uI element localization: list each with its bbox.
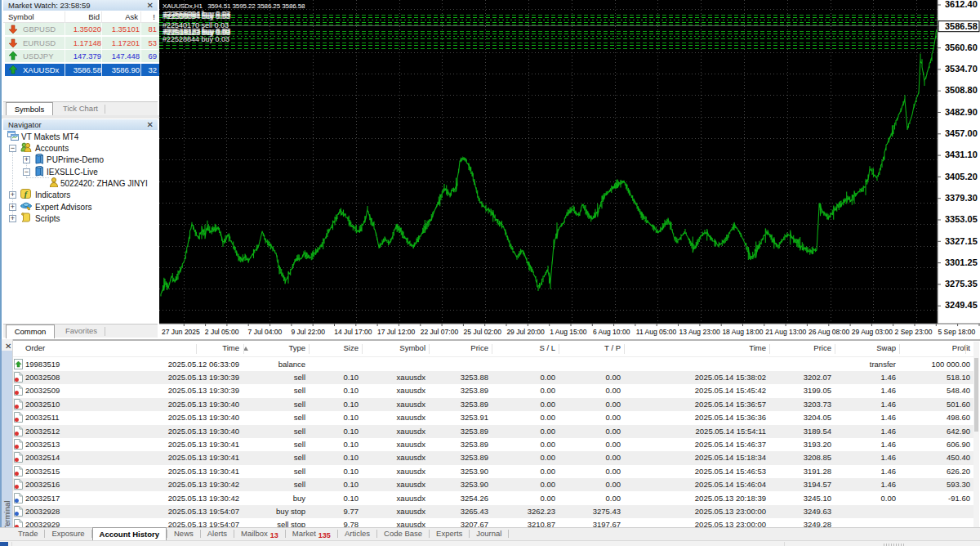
svg-text:6 Aug 10:00: 6 Aug 10:00: [593, 328, 630, 336]
svg-text:7 Jul 04:00: 7 Jul 04:00: [248, 328, 283, 336]
svg-text:13 Aug 23:00: 13 Aug 23:00: [679, 328, 720, 336]
svg-text:3405.20: 3405.20: [945, 172, 978, 181]
svg-text:14 Jul 17:00: 14 Jul 17:00: [334, 328, 372, 336]
svg-text:25 Jul 02:00: 25 Jul 02:00: [464, 328, 502, 336]
svg-text:2 Sep 23:00: 2 Sep 23:00: [895, 328, 933, 336]
svg-text:29 Jul 20:00: 29 Jul 20:00: [506, 328, 545, 336]
svg-text:#22556094 buy 0.03: #22556094 buy 0.03: [164, 12, 231, 20]
svg-text:3534.70: 3534.70: [945, 64, 978, 74]
svg-text:3482.90: 3482.90: [945, 107, 978, 117]
svg-text:3327.15: 3327.15: [945, 236, 978, 246]
svg-text:22 Jul 07:00: 22 Jul 07:00: [421, 328, 459, 336]
svg-text:18 Aug 18:00: 18 Aug 18:00: [722, 328, 763, 336]
svg-text:11 Aug 05:00: 11 Aug 05:00: [636, 328, 677, 336]
svg-text:3457.00: 3457.00: [945, 128, 978, 138]
svg-text:2 Jul 05:00: 2 Jul 05:00: [205, 328, 239, 336]
svg-text:XAUUSDx,H1 3594.51 3595.22 3: XAUUSDx,H1 3594.51 3595.22 3586.25 3586.…: [163, 2, 305, 10]
svg-text:3586.58: 3586.58: [945, 21, 978, 31]
svg-text:3249.45: 3249.45: [945, 300, 978, 310]
svg-text:3560.60: 3560.60: [945, 43, 978, 52]
svg-text:9 Jul 22:00: 9 Jul 22:00: [291, 328, 325, 336]
svg-text:3353.05: 3353.05: [945, 214, 978, 224]
svg-text:#22528844 buy 0.03: #22528844 buy 0.03: [163, 35, 229, 43]
svg-text:3612.40: 3612.40: [945, 0, 978, 9]
svg-text:3431.10: 3431.10: [945, 150, 978, 159]
svg-text:17 Jul 12:00: 17 Jul 12:00: [377, 328, 416, 336]
svg-text:3275.35: 3275.35: [945, 279, 978, 289]
svg-text:21 Aug 13:00: 21 Aug 13:00: [765, 328, 806, 336]
svg-text:1 Aug 15:00: 1 Aug 15:00: [550, 328, 587, 336]
svg-text:3508.80: 3508.80: [945, 85, 978, 95]
svg-text:29 Aug 03:00: 29 Aug 03:00: [852, 328, 893, 336]
svg-text:26 Aug 08:00: 26 Aug 08:00: [808, 328, 849, 336]
svg-text:27 Jun 2025: 27 Jun 2025: [162, 328, 200, 336]
svg-text:3301.25: 3301.25: [945, 257, 978, 267]
svg-text:3379.30: 3379.30: [945, 193, 978, 203]
svg-text:5 Sep 18:00: 5 Sep 18:00: [938, 328, 975, 336]
